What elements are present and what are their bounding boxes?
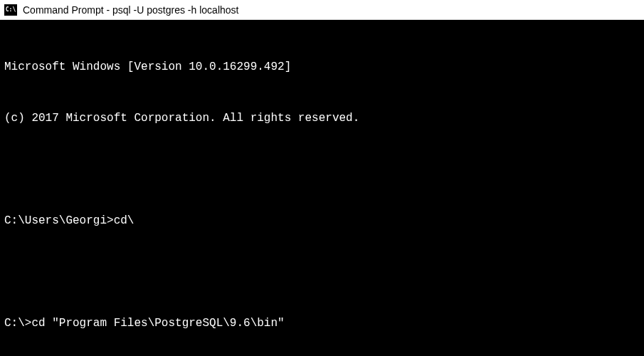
window-title: Command Prompt - psql -U postgres -h loc… — [23, 4, 238, 16]
command-prompt-window: C:\ Command Prompt - psql -U postgres -h… — [0, 0, 644, 356]
title-bar[interactable]: C:\ Command Prompt - psql -U postgres -h… — [0, 0, 644, 20]
terminal-line: Microsoft Windows [Version 10.0.16299.49… — [4, 58, 640, 75]
cmd-icon: C:\ — [4, 4, 17, 16]
terminal-output[interactable]: Microsoft Windows [Version 10.0.16299.49… — [0, 20, 644, 356]
terminal-line — [4, 161, 640, 178]
terminal-line: C:\>cd "Program Files\PostgreSQL\9.6\bin… — [4, 315, 640, 332]
cmd-icon-label: C:\ — [6, 7, 16, 13]
terminal-line: (c) 2017 Microsoft Corporation. All righ… — [4, 110, 640, 127]
terminal-line — [4, 263, 640, 281]
terminal-line: C:\Users\Georgi>cd\ — [4, 212, 640, 229]
